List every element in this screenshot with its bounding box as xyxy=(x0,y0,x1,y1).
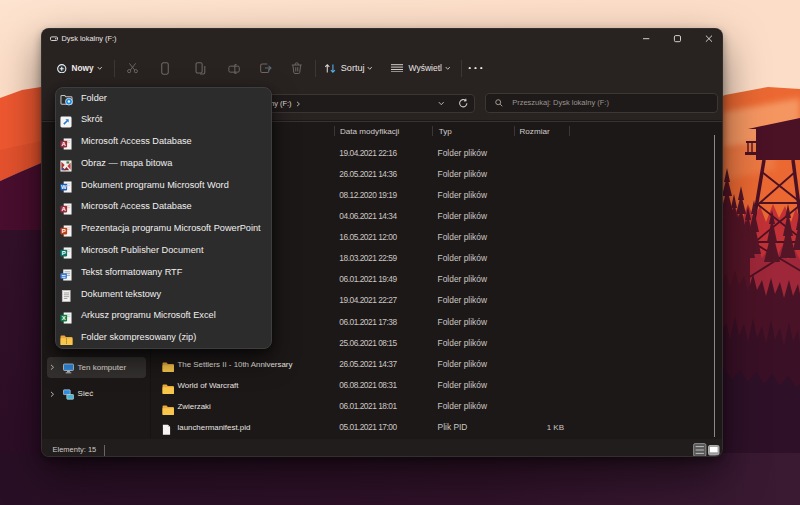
svg-text:X: X xyxy=(62,314,66,321)
svg-text:W: W xyxy=(61,184,67,190)
svg-text:P: P xyxy=(62,227,66,234)
svg-text:A: A xyxy=(62,140,67,147)
svg-text:A: A xyxy=(62,205,67,212)
svg-text:P: P xyxy=(62,249,66,256)
